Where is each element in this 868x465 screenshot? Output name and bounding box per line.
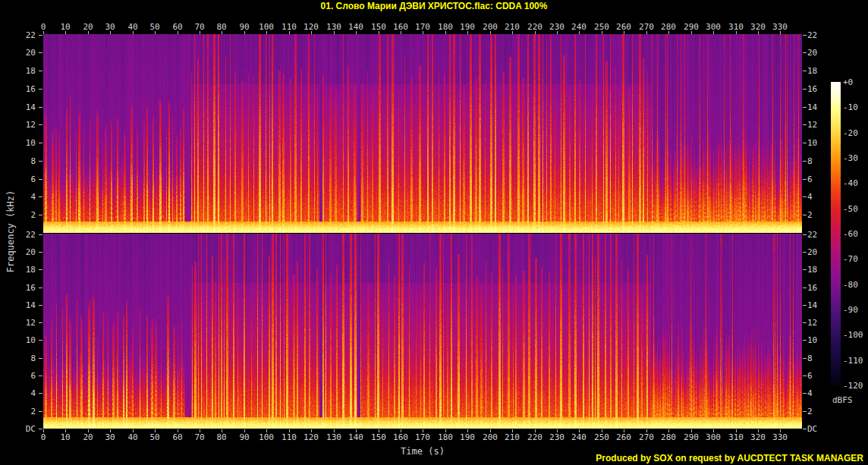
time-tick-label: 260 — [611, 23, 637, 31]
spectrogram-panel-channel-2 — [43, 234, 802, 429]
spectrogram-panel-channel-1 — [43, 34, 802, 233]
freq-tick-label: 20 — [807, 248, 830, 256]
colorbar-tick-label: -90 — [843, 306, 868, 314]
colorbar-tick-label: -10 — [843, 103, 868, 112]
freq-tick — [39, 252, 42, 253]
freq-tick-label: 18 — [807, 67, 830, 75]
freq-tick-label: 20 — [14, 49, 36, 57]
time-tick-label: 140 — [343, 23, 369, 31]
freq-tick-label: 2 — [14, 407, 36, 416]
colorbar-tick-label: -70 — [843, 255, 868, 263]
time-tick-label: 80 — [209, 23, 234, 31]
colorbar-tick-label: -60 — [843, 230, 868, 238]
page-title: 01. Слово Марии ДЭВИ ХРИСТОС.flac: CDDA … — [0, 1, 868, 11]
freq-tick-label: DC — [807, 425, 830, 433]
freq-tick-label: 12 — [14, 121, 36, 129]
freq-tick — [803, 107, 807, 108]
freq-tick-label: 10 — [807, 336, 830, 344]
time-tick-label: 330 — [767, 433, 793, 441]
freq-tick — [39, 179, 42, 180]
freq-tick-label: 18 — [14, 67, 36, 75]
time-tick-label: 170 — [410, 23, 436, 31]
freq-tick — [803, 161, 807, 162]
freq-tick — [39, 305, 42, 306]
freq-tick — [39, 269, 42, 270]
freq-tick-label: 14 — [807, 103, 830, 112]
time-tick-label: 50 — [142, 23, 168, 31]
time-tick-label: 30 — [97, 433, 123, 441]
freq-tick-label: 8 — [14, 157, 36, 165]
freq-tick — [39, 52, 42, 53]
freq-tick-label: 10 — [807, 139, 830, 147]
freq-tick — [803, 52, 807, 53]
freq-tick — [803, 322, 807, 323]
freq-tick — [39, 124, 42, 125]
time-tick-label: 30 — [97, 23, 123, 31]
freq-tick-label: 12 — [14, 319, 36, 327]
time-tick-label: 190 — [454, 23, 480, 31]
freq-tick — [39, 287, 42, 288]
spectrogram-window: 01. Слово Марии ДЭВИ ХРИСТОС.flac: CDDA … — [0, 0, 868, 465]
time-tick-label: 120 — [298, 23, 324, 31]
time-tick-label: 280 — [656, 23, 681, 31]
freq-tick-label: 22 — [14, 231, 36, 239]
freq-tick-label: 16 — [14, 85, 36, 93]
credit-line: Produced by SOX on request by AUCDTECT T… — [596, 453, 863, 463]
freq-tick-label: 22 — [14, 31, 36, 39]
freq-tick-label: 18 — [807, 265, 830, 274]
freq-tick — [39, 71, 42, 71]
freq-tick-label: 14 — [14, 301, 36, 309]
freq-tick — [39, 322, 42, 323]
time-tick-label: 140 — [343, 433, 369, 441]
freq-tick-label: 10 — [14, 336, 36, 344]
freq-tick — [803, 89, 807, 90]
freq-tick-label: 16 — [14, 284, 36, 292]
freq-tick-label: 4 — [807, 389, 830, 397]
freq-tick — [803, 358, 807, 359]
time-tick-label: 10 — [52, 23, 78, 31]
freq-tick-label: 2 — [807, 407, 830, 416]
time-axis-title: Time (s) — [401, 446, 445, 457]
freq-tick — [39, 429, 42, 429]
colorbar — [831, 82, 841, 385]
time-tick-label: 190 — [454, 433, 480, 441]
freq-tick-label: 4 — [807, 193, 830, 201]
colorbar-tick-label: -110 — [843, 357, 868, 365]
freq-tick-label: 16 — [807, 284, 830, 292]
colorbar-tick-label: -40 — [843, 179, 868, 187]
time-tick-label: 280 — [656, 433, 681, 441]
freq-tick-label: 4 — [14, 389, 36, 397]
colorbar-tick-label: -20 — [843, 129, 868, 137]
time-tick-label: 170 — [410, 433, 436, 441]
time-tick-label: 100 — [253, 433, 279, 441]
freq-tick-label: 6 — [14, 372, 36, 380]
freq-tick — [39, 411, 42, 412]
time-tick-label: 80 — [209, 433, 234, 441]
freq-tick — [803, 215, 807, 215]
freq-tick — [39, 393, 42, 394]
freq-tick-label: 2 — [14, 211, 36, 219]
freq-tick — [39, 234, 42, 235]
frequency-axis-title: Frequency (kHz) — [5, 190, 16, 272]
freq-tick — [803, 393, 807, 394]
freq-tick-label: 16 — [807, 85, 830, 93]
freq-tick — [803, 179, 807, 180]
freq-tick-label: 8 — [807, 354, 830, 363]
freq-tick-label: 6 — [807, 175, 830, 184]
freq-tick-label: 10 — [14, 139, 36, 147]
freq-tick-label: 22 — [807, 31, 830, 39]
time-tick-label: 240 — [566, 433, 592, 441]
freq-tick-label: 14 — [807, 301, 830, 309]
colorbar-tick-label: -80 — [843, 281, 868, 289]
freq-tick — [39, 215, 42, 215]
freq-tick-label: 6 — [807, 372, 830, 380]
freq-tick — [39, 358, 42, 359]
colorbar-tick-label: -120 — [843, 382, 868, 390]
time-tick-label: 100 — [253, 23, 279, 31]
time-tick-label: 330 — [767, 23, 793, 31]
freq-tick — [803, 411, 807, 412]
freq-tick — [803, 252, 807, 253]
freq-tick — [39, 340, 42, 341]
freq-tick-label: 20 — [807, 49, 830, 57]
colorbar-tick-label: -30 — [843, 154, 868, 162]
